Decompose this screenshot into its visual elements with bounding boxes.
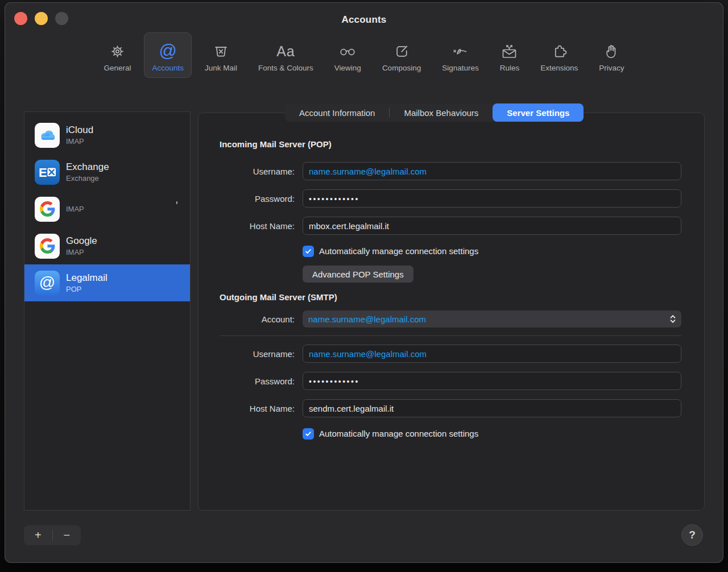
preferences-toolbar: General @ Accounts Junk Mail Aa Fonts & … — [5, 32, 723, 80]
account-type: IMAP — [66, 137, 93, 146]
toolbar-label: Signatures — [442, 64, 479, 72]
checkbox-checked-icon[interactable] — [303, 246, 314, 257]
account-settings-panel: Incoming Mail Server (POP) Username: nam… — [198, 113, 705, 511]
account-list: iCloud IMAP E Exchange Exchange — [24, 111, 191, 511]
account-label: Account: — [220, 314, 295, 324]
incoming-hostname-row: Host Name: mbox.cert.legalmail.it — [220, 217, 681, 235]
outgoing-section-title: Outgoing Mail Server (SMTP) — [220, 292, 681, 302]
account-row-imap[interactable]: IMAP — [24, 190, 190, 227]
username-label: Username: — [220, 349, 295, 359]
exchange-icon: E — [35, 160, 60, 185]
account-type: POP — [66, 285, 107, 294]
advanced-pop-settings-button[interactable]: Advanced POP Settings — [303, 266, 413, 283]
google-icon — [35, 197, 60, 222]
toolbar-label: Composing — [382, 64, 421, 72]
account-name: Legalmail — [66, 272, 107, 284]
toolbar-item-privacy[interactable]: Privacy — [591, 32, 632, 78]
password-label: Password: — [220, 376, 295, 386]
toolbar-item-rules[interactable]: Rules — [492, 32, 528, 78]
account-type: IMAP — [66, 205, 84, 214]
window-title: Accounts — [5, 3, 723, 35]
username-label: Username: — [220, 167, 295, 176]
incoming-section-title: Incoming Mail Server (POP) — [220, 139, 681, 149]
glasses-icon — [338, 41, 357, 61]
smtp-account-value: name.surname@legalmail.com — [308, 314, 426, 324]
incoming-username-row: Username: name.surname@legalmail.com — [220, 162, 681, 180]
chevron-up-down-icon — [669, 314, 676, 326]
toolbar-label: Privacy — [599, 64, 624, 72]
account-type: IMAP — [66, 248, 97, 257]
incoming-password-row: Password: •••••••••••• — [220, 189, 681, 208]
incoming-auto-manage-row: Automatically manage connection settings — [303, 245, 681, 257]
toolbar-label: Junk Mail — [205, 64, 237, 72]
separator — [220, 335, 681, 336]
toolbar-item-viewing[interactable]: Viewing — [326, 32, 369, 78]
tab-account-information[interactable]: Account Information — [285, 103, 389, 122]
incoming-username-input[interactable]: name.surname@legalmail.com — [303, 162, 681, 180]
hostname-label: Host Name: — [220, 221, 295, 231]
compose-icon — [394, 41, 410, 61]
password-label: Password: — [220, 194, 295, 204]
gear-icon — [109, 41, 126, 61]
toolbar-label: Fonts & Colours — [258, 64, 313, 72]
outgoing-password-row: Password: •••••••••••• — [220, 372, 681, 390]
server-settings-form: Incoming Mail Server (POP) Username: nam… — [220, 113, 681, 440]
smtp-account-dropdown[interactable]: name.surname@legalmail.com — [303, 310, 681, 328]
toolbar-label: Accounts — [152, 64, 184, 72]
svg-text:E: E — [39, 165, 47, 180]
toolbar-label: Viewing — [334, 64, 361, 72]
toolbar-label: General — [104, 64, 131, 72]
outgoing-username-input[interactable]: name.surname@legalmail.com — [303, 345, 681, 363]
icloud-icon — [35, 123, 60, 148]
toolbar-item-extensions[interactable]: Extensions — [532, 32, 586, 78]
outgoing-auto-manage-row: Automatically manage connection settings — [303, 428, 681, 440]
rules-envelope-icon — [500, 41, 518, 61]
toolbar-item-fonts-colours[interactable]: Aa Fonts & Colours — [250, 32, 321, 78]
outgoing-hostname-row: Host Name: sendm.cert.legalmail.it — [220, 399, 681, 417]
account-type: Exchange — [66, 174, 109, 183]
at-icon: @ — [35, 271, 60, 296]
toolbar-item-composing[interactable]: Composing — [374, 32, 429, 78]
outgoing-username-row: Username: name.surname@legalmail.com — [220, 345, 681, 363]
help-button[interactable]: ? — [681, 524, 703, 546]
outgoing-account-row: Account: name.surname@legalmail.com — [220, 310, 681, 328]
at-icon: @ — [159, 41, 176, 61]
titlebar: Accounts — [5, 3, 723, 35]
account-name: iCloud — [66, 124, 93, 136]
account-row-exchange[interactable]: E Exchange Exchange — [24, 154, 190, 190]
account-row-google[interactable]: Google IMAP — [24, 227, 190, 264]
account-row-legalmail[interactable]: @ Legalmail POP — [24, 264, 190, 301]
incoming-password-input[interactable]: •••••••••••• — [303, 189, 681, 208]
add-remove-control: + − — [24, 525, 81, 545]
hand-icon — [605, 41, 619, 61]
toolbar-item-signatures[interactable]: Signatures — [434, 32, 487, 78]
outgoing-hostname-input[interactable]: sendm.cert.legalmail.it — [303, 399, 681, 417]
google-icon — [35, 234, 60, 259]
hostname-label: Host Name: — [220, 404, 295, 413]
toolbar-item-general[interactable]: General — [96, 32, 139, 78]
account-row-icloud[interactable]: iCloud IMAP — [24, 117, 190, 154]
tab-server-settings[interactable]: Server Settings — [493, 103, 584, 122]
auto-manage-label: Automatically manage connection settings — [319, 246, 478, 256]
remove-account-button[interactable]: − — [53, 525, 81, 545]
fonts-icon: Aa — [276, 41, 295, 61]
checkbox-checked-icon[interactable] — [303, 428, 314, 440]
toolbar-label: Rules — [500, 64, 520, 72]
puzzle-icon — [551, 41, 568, 61]
outgoing-password-input[interactable]: •••••••••••• — [303, 372, 681, 390]
tab-mailbox-behaviours[interactable]: Mailbox Behaviours — [390, 103, 493, 122]
toolbar-item-accounts[interactable]: @ Accounts — [144, 32, 192, 78]
toolbar-label: Extensions — [540, 64, 578, 72]
add-account-button[interactable]: + — [24, 525, 52, 545]
signature-icon — [451, 41, 469, 61]
stray-mark — [176, 201, 177, 204]
settings-tab-bar: Account Information Mailbox Behaviours S… — [285, 103, 584, 122]
incoming-hostname-input[interactable]: mbox.cert.legalmail.it — [303, 217, 681, 235]
preferences-window: Accounts General @ Accounts — [5, 2, 723, 563]
account-name: Exchange — [66, 161, 109, 173]
toolbar-item-junk-mail[interactable]: Junk Mail — [197, 32, 245, 78]
account-name: Google — [66, 235, 97, 247]
junk-bin-icon — [213, 41, 229, 61]
auto-manage-label: Automatically manage connection settings — [319, 429, 478, 438]
